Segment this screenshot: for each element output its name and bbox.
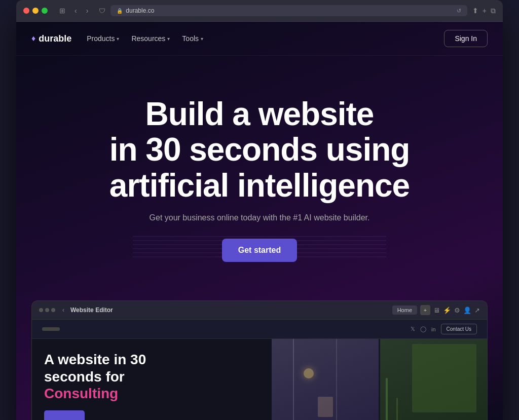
preview-monitor-icon[interactable]: 🖥 <box>433 307 440 314</box>
preview-hero-line1: A website in 30 <box>44 352 146 367</box>
preview-hero: A website in 30 seconds for Consulting <box>32 339 487 420</box>
preview-traffic-lights <box>39 308 55 312</box>
hero-title-line3: artificial intelligence <box>109 167 410 204</box>
preview-twitter-icon: 𝕏 <box>411 326 415 332</box>
preview-cta-button[interactable] <box>44 410 85 420</box>
preview-hero-images <box>272 339 487 420</box>
nav-tools[interactable]: Tools ▾ <box>182 34 203 43</box>
browser-actions: ⬆ + ⧉ <box>472 7 496 15</box>
preview-lightning-icon[interactable]: ⚡ <box>443 307 451 314</box>
logo-icon: ♦ <box>31 34 35 43</box>
hero-subtitle: Get your business online today with the … <box>36 213 483 222</box>
preview-hero-heading: A website in 30 seconds for Consulting <box>44 351 260 402</box>
preview-image-right <box>380 339 487 420</box>
chevron-down-icon: ▾ <box>167 36 170 42</box>
maximize-button[interactable] <box>42 8 48 14</box>
sidebar-toggle-icon[interactable]: ⊞ <box>57 6 68 16</box>
preview-hero-text: A website in 30 seconds for Consulting <box>32 339 272 420</box>
back-button[interactable]: ‹ <box>72 6 80 16</box>
website-content: ♦ durable Products ▾ Resources ▾ Tools ▾… <box>16 22 503 420</box>
preview-editor-title: Website Editor <box>70 307 113 314</box>
preview-contact-button[interactable]: Contact Us <box>441 324 477 334</box>
nav-links: Products ▾ Resources ▾ Tools ▾ <box>87 34 444 43</box>
nav-products[interactable]: Products ▾ <box>87 34 119 43</box>
browser-chrome: ⊞ ‹ › 🛡 🔒 durable.co ↺ ⬆ + ⧉ <box>16 0 503 22</box>
reload-icon[interactable]: ↺ <box>457 8 461 14</box>
preview-settings-icon[interactable]: ⚙ <box>454 307 460 314</box>
hero-title: Build a website in 30 seconds using arti… <box>36 96 483 203</box>
preview-user-icon[interactable]: 👤 <box>463 307 471 314</box>
chevron-down-icon: ▾ <box>201 36 203 42</box>
site-nav: ♦ durable Products ▾ Resources ▾ Tools ▾… <box>16 22 503 56</box>
preview-linkedin-icon: in <box>431 326 436 332</box>
hero-title-line1: Build a website <box>145 96 374 132</box>
nav-resources[interactable]: Resources ▾ <box>131 34 170 43</box>
preview-site-nav: 𝕏 ◯ in Contact Us <box>32 320 487 339</box>
preview-dot-1 <box>39 308 43 312</box>
close-button[interactable] <box>23 8 29 14</box>
preview-toolbar: Home + 🖥 ⚡ ⚙ 👤 ↗ <box>392 305 480 315</box>
preview-instagram-icon: ◯ <box>420 326 426 332</box>
nav-products-label: Products <box>87 34 115 43</box>
preview-window: ‹ Website Editor Home + 🖥 ⚡ ⚙ 👤 ↗ <box>31 300 488 420</box>
address-bar[interactable]: 🔒 durable.co ↺ <box>110 5 467 16</box>
get-started-button[interactable]: Get started <box>222 239 297 262</box>
nav-resources-label: Resources <box>131 34 165 43</box>
nav-tools-label: Tools <box>182 34 199 43</box>
share-icon[interactable]: ⬆ <box>472 7 478 15</box>
minimize-button[interactable] <box>32 8 39 14</box>
url-display: durable.co <box>126 7 154 14</box>
preview-site-nav-right: 𝕏 ◯ in Contact Us <box>411 324 477 334</box>
hero-title-line2: in 30 seconds using <box>109 131 410 168</box>
preview-external-link-icon[interactable]: ↗ <box>474 307 480 314</box>
sign-in-button[interactable]: Sign In <box>444 30 488 47</box>
logo-text: durable <box>39 33 71 44</box>
hero-section: Build a website in 30 seconds using arti… <box>16 56 503 300</box>
preview-back-button[interactable]: ‹ <box>62 307 64 314</box>
preview-hero-line2: seconds for <box>44 369 125 385</box>
shield-icon: 🛡 <box>99 7 105 15</box>
preview-chrome: ‹ Website Editor Home + 🖥 ⚡ ⚙ 👤 ↗ <box>32 301 487 320</box>
logo[interactable]: ♦ durable <box>31 33 71 44</box>
forward-button[interactable]: › <box>84 6 91 16</box>
preview-add-tab-button[interactable]: + <box>420 305 430 315</box>
preview-home-tab[interactable]: Home <box>392 306 417 315</box>
preview-image-left <box>272 339 379 420</box>
browser-nav: ⊞ ‹ › <box>57 6 91 16</box>
traffic-lights <box>23 8 48 14</box>
chevron-down-icon: ▾ <box>117 36 119 42</box>
tabs-icon[interactable]: ⧉ <box>491 7 496 15</box>
preview-site-logo <box>42 327 60 331</box>
lock-icon: 🔒 <box>117 8 123 14</box>
browser-window: ⊞ ‹ › 🛡 🔒 durable.co ↺ ⬆ + ⧉ ♦ durable P… <box>16 0 503 420</box>
new-tab-icon[interactable]: + <box>483 7 487 15</box>
preview-dot-3 <box>51 308 55 312</box>
preview-dot-2 <box>45 308 49 312</box>
preview-hero-accent: Consulting <box>44 386 118 401</box>
